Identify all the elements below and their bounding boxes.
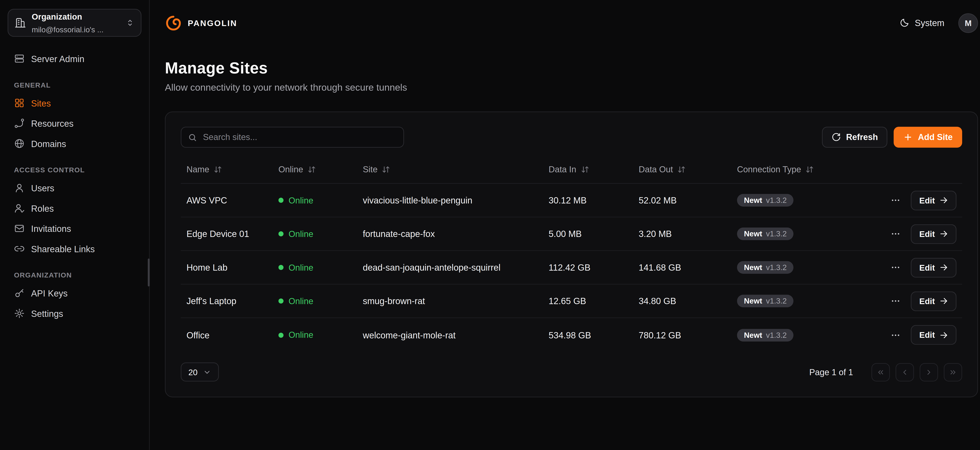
server-icon bbox=[14, 53, 25, 64]
row-menu-button[interactable] bbox=[888, 193, 904, 208]
edit-button[interactable]: Edit bbox=[911, 291, 956, 311]
column-header-connection-type[interactable]: Connection Type bbox=[737, 165, 887, 174]
sidebar-item-label: Sites bbox=[31, 98, 51, 108]
org-selector-title: Organization bbox=[32, 12, 82, 22]
sidebar-item-resources[interactable]: Resources bbox=[8, 113, 142, 133]
org-selector[interactable]: Organization milo@fossorial.io's ... bbox=[8, 9, 142, 36]
online-status-cell: Online bbox=[278, 330, 363, 340]
row-menu-button[interactable] bbox=[888, 260, 904, 275]
key-icon bbox=[14, 288, 25, 298]
row-actions-cell: Edit bbox=[887, 190, 956, 210]
online-status-label: Online bbox=[288, 263, 313, 272]
data-out-cell: 3.20 MB bbox=[639, 229, 737, 239]
page-size-select[interactable]: 20 bbox=[181, 363, 219, 382]
edit-label: Edit bbox=[919, 195, 935, 205]
online-status-cell: Online bbox=[278, 263, 363, 272]
arrow-right-icon bbox=[939, 263, 948, 272]
sidebar-item-label: Roles bbox=[31, 203, 54, 213]
theme-label: System bbox=[915, 18, 944, 28]
client-version: v1.3.2 bbox=[766, 230, 787, 238]
table-row: AWS VPC Online vivacious-little-blue-pen… bbox=[181, 184, 962, 217]
edit-button[interactable]: Edit bbox=[911, 224, 956, 244]
row-actions-cell: Edit bbox=[887, 224, 956, 244]
sidebar-item-server-admin[interactable]: Server Admin bbox=[8, 49, 142, 68]
sidebar-scrollbar[interactable] bbox=[148, 258, 150, 286]
brand[interactable]: PANGOLIN bbox=[165, 14, 237, 31]
connection-type-badge: Newt v1.3.2 bbox=[737, 228, 794, 240]
client-version: v1.3.2 bbox=[766, 264, 787, 271]
sidebar-item-api-keys[interactable]: API Keys bbox=[8, 283, 142, 303]
page-size-value: 20 bbox=[188, 367, 197, 377]
first-page-button[interactable] bbox=[872, 363, 890, 381]
refresh-button[interactable]: Refresh bbox=[822, 127, 888, 147]
edit-label: Edit bbox=[919, 330, 935, 340]
connection-type-badge: Newt v1.3.2 bbox=[737, 329, 794, 341]
column-header-name[interactable]: Name bbox=[186, 165, 278, 174]
arrow-right-icon bbox=[939, 229, 948, 238]
sidebar-item-label: Resources bbox=[31, 118, 74, 128]
connection-type-cell: Newt v1.3.2 bbox=[737, 329, 887, 341]
sidebar: Organization milo@fossorial.io's ... Ser… bbox=[0, 0, 150, 450]
online-status-cell: Online bbox=[278, 195, 363, 205]
avatar[interactable]: M bbox=[958, 13, 978, 33]
column-header-data-in[interactable]: Data In bbox=[549, 165, 639, 174]
add-site-button[interactable]: Add Site bbox=[894, 127, 962, 147]
client-version: v1.3.2 bbox=[766, 331, 787, 339]
pagination: 20 Page 1 of 1 bbox=[181, 363, 962, 382]
site-name-cell: AWS VPC bbox=[186, 195, 278, 205]
sites-card: Refresh Add Site Name bbox=[165, 112, 978, 397]
sidebar-item-label: Domains bbox=[31, 138, 66, 149]
edit-label: Edit bbox=[919, 229, 935, 239]
table-body: AWS VPC Online vivacious-little-blue-pen… bbox=[181, 184, 962, 352]
client-name: Newt bbox=[744, 264, 762, 271]
online-status-cell: Online bbox=[278, 296, 363, 306]
user-icon bbox=[14, 182, 25, 193]
online-status-dot bbox=[278, 298, 283, 304]
search-input[interactable] bbox=[181, 127, 404, 147]
client-name: Newt bbox=[744, 196, 762, 204]
sidebar-item-users[interactable]: Users bbox=[8, 178, 142, 198]
sort-icon bbox=[581, 165, 589, 174]
client-version: v1.3.2 bbox=[766, 297, 787, 305]
site-name-cell: Office bbox=[186, 330, 278, 340]
sidebar-item-invitations[interactable]: Invitations bbox=[8, 219, 142, 238]
sort-icon bbox=[805, 165, 814, 174]
sidebar-item-sites[interactable]: Sites bbox=[8, 93, 142, 113]
add-site-label: Add Site bbox=[918, 132, 953, 142]
user-check-icon bbox=[14, 203, 25, 214]
column-header-data-out[interactable]: Data Out bbox=[639, 165, 737, 174]
chevron-down-icon bbox=[203, 368, 212, 376]
arrow-right-icon bbox=[939, 196, 948, 204]
theme-toggle[interactable]: System bbox=[900, 18, 945, 28]
previous-page-button[interactable] bbox=[896, 363, 914, 381]
online-status-dot bbox=[278, 265, 283, 270]
link-icon bbox=[14, 243, 25, 254]
app-window: Organization milo@fossorial.io's ... Ser… bbox=[0, 0, 980, 450]
last-page-button[interactable] bbox=[944, 363, 962, 381]
row-menu-button[interactable] bbox=[888, 293, 904, 309]
edit-button[interactable]: Edit bbox=[911, 258, 956, 277]
sidebar-item-label: Invitations bbox=[31, 223, 71, 234]
edit-button[interactable]: Edit bbox=[911, 190, 956, 210]
connection-type-badge: Newt v1.3.2 bbox=[737, 295, 794, 307]
column-header-site[interactable]: Site bbox=[363, 165, 549, 174]
section-label-access-control: ACCESS CONTROL bbox=[8, 166, 142, 174]
pagination-buttons bbox=[872, 363, 962, 381]
column-header-online[interactable]: Online bbox=[278, 165, 363, 174]
next-page-button[interactable] bbox=[920, 363, 938, 381]
edit-button[interactable]: Edit bbox=[911, 325, 956, 345]
search-wrap bbox=[181, 127, 404, 147]
sidebar-item-roles[interactable]: Roles bbox=[8, 198, 142, 218]
sidebar-item-domains[interactable]: Domains bbox=[8, 134, 142, 153]
main-area: PANGOLIN System M Manage Sites Allow bbox=[150, 0, 980, 450]
row-menu-button[interactable] bbox=[888, 327, 904, 342]
sidebar-item-settings[interactable]: Settings bbox=[8, 304, 142, 323]
sidebar-item-shareable-links[interactable]: Shareable Links bbox=[8, 239, 142, 258]
online-status-label: Online bbox=[288, 296, 313, 306]
tunnel-name-cell: welcome-giant-mole-rat bbox=[363, 330, 549, 340]
row-menu-button[interactable] bbox=[888, 226, 904, 241]
client-name: Newt bbox=[744, 331, 762, 339]
sidebar-item-label: Shareable Links bbox=[31, 244, 95, 254]
sort-icon bbox=[308, 165, 316, 174]
online-status-label: Online bbox=[288, 195, 313, 205]
